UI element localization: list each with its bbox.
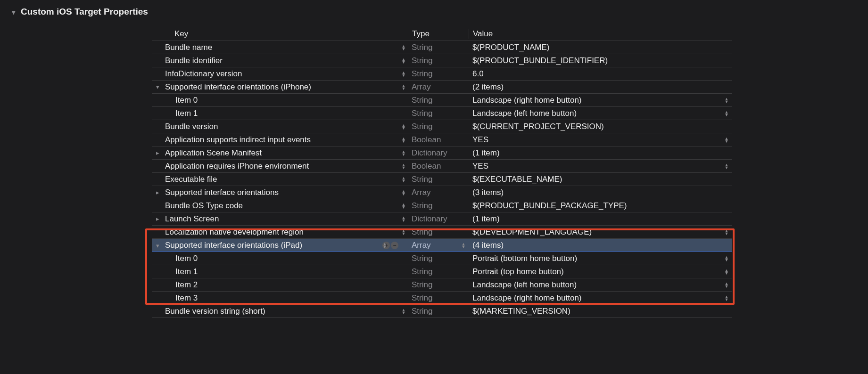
key-cell[interactable]: ▸Application Scene Manifest <box>152 148 409 158</box>
value-stepper-icon[interactable] <box>724 229 729 235</box>
type-cell[interactable]: String <box>409 109 469 118</box>
table-row-orientations-generic[interactable]: ▸Supported interface orientationsArray(3… <box>152 186 732 199</box>
type-cell[interactable]: String <box>409 96 469 105</box>
key-stepper-icon[interactable] <box>401 203 406 209</box>
type-cell[interactable]: Boolean <box>409 135 469 145</box>
key-cell[interactable]: Item 1 <box>152 267 409 276</box>
key-cell[interactable]: Localization native development region <box>152 228 409 237</box>
key-cell[interactable]: Bundle version string (short) <box>152 307 409 316</box>
type-cell[interactable]: String <box>409 43 469 52</box>
key-stepper-icon[interactable] <box>401 71 406 77</box>
key-cell[interactable]: InfoDictionary version <box>152 69 409 79</box>
section-header[interactable]: Custom iOS Target Properties <box>0 0 868 17</box>
key-stepper-icon[interactable] <box>401 45 406 50</box>
type-cell[interactable]: String <box>409 293 469 303</box>
value-cell[interactable]: $(DEVELOPMENT_LANGUAGE) <box>469 228 732 237</box>
key-cell[interactable]: Item 0 <box>152 96 409 105</box>
type-cell[interactable]: Array <box>409 241 469 250</box>
type-cell[interactable]: Dictionary <box>409 214 469 224</box>
value-cell[interactable]: Portrait (bottom home button) <box>469 254 732 263</box>
type-cell[interactable]: Boolean <box>409 162 469 171</box>
type-stepper-icon[interactable] <box>461 243 466 248</box>
chevron-right-icon[interactable]: ▸ <box>155 189 160 196</box>
value-cell[interactable]: (2 items) <box>469 82 732 92</box>
table-row-orientations-ipad-3[interactable]: Item 3StringLandscape (right home button… <box>152 292 732 305</box>
chevron-right-icon[interactable]: ▸ <box>155 149 160 156</box>
value-cell[interactable]: $(CURRENT_PROJECT_VERSION) <box>469 122 732 131</box>
value-stepper-icon[interactable] <box>724 98 729 103</box>
key-stepper-icon[interactable] <box>401 177 406 182</box>
disclosure-triangle-icon[interactable] <box>10 7 17 17</box>
key-cell[interactable]: Application requires iPhone environment <box>152 162 409 171</box>
type-cell[interactable]: String <box>409 69 469 79</box>
key-cell[interactable]: Bundle identifier <box>152 56 409 65</box>
type-cell[interactable]: String <box>409 307 469 316</box>
type-cell[interactable]: String <box>409 228 469 237</box>
type-cell[interactable]: String <box>409 280 469 290</box>
key-stepper-icon[interactable] <box>401 190 406 195</box>
value-stepper-icon[interactable] <box>724 295 729 301</box>
key-stepper-icon[interactable] <box>401 58 406 64</box>
value-cell[interactable]: YES <box>469 135 732 145</box>
type-cell[interactable]: Dictionary <box>409 148 469 158</box>
value-cell[interactable]: 6.0 <box>469 69 732 79</box>
value-stepper-icon[interactable] <box>724 111 729 116</box>
key-stepper-icon[interactable] <box>401 84 406 90</box>
key-stepper-icon[interactable] <box>401 124 406 130</box>
key-cell[interactable]: Bundle OS Type code <box>152 201 409 211</box>
key-stepper-icon[interactable] <box>382 243 387 248</box>
table-row-orientations-iphone-1[interactable]: Item 1StringLandscape (left home button) <box>152 107 732 120</box>
type-cell[interactable]: String <box>409 122 469 131</box>
value-cell[interactable]: $(PRODUCT_NAME) <box>469 43 732 52</box>
table-row-bundle-os-type[interactable]: Bundle OS Type codeString$(PRODUCT_BUNDL… <box>152 199 732 212</box>
type-cell[interactable]: Array <box>409 188 469 197</box>
key-cell[interactable]: Application supports indirect input even… <box>152 135 409 145</box>
value-cell[interactable]: $(PRODUCT_BUNDLE_PACKAGE_TYPE) <box>469 201 732 211</box>
table-row-orientations-ipad-2[interactable]: Item 2StringLandscape (left home button) <box>152 278 732 292</box>
value-cell[interactable]: (1 item) <box>469 214 732 224</box>
value-stepper-icon[interactable] <box>724 256 729 261</box>
type-cell[interactable]: String <box>409 175 469 184</box>
key-cell[interactable]: Item 3 <box>152 293 409 303</box>
value-cell[interactable]: $(PRODUCT_BUNDLE_IDENTIFIER) <box>469 56 732 65</box>
key-cell[interactable]: Bundle version <box>152 122 409 131</box>
value-cell[interactable]: (4 items) <box>469 241 732 250</box>
table-row-orientations-ipad-1[interactable]: Item 1StringPortrait (top home button) <box>152 265 732 278</box>
chevron-down-icon[interactable]: ▾ <box>155 83 160 90</box>
chevron-right-icon[interactable]: ▸ <box>155 215 160 222</box>
key-stepper-icon[interactable] <box>401 150 406 156</box>
type-cell[interactable]: String <box>409 56 469 65</box>
type-cell[interactable]: String <box>409 267 469 276</box>
table-row-orientations-iphone[interactable]: ▾Supported interface orientations (iPhon… <box>152 81 732 94</box>
key-stepper-icon[interactable] <box>401 163 406 169</box>
key-cell[interactable]: Item 0 <box>152 254 409 263</box>
table-row-localization-region[interactable]: Localization native development regionSt… <box>152 226 732 239</box>
value-stepper-icon[interactable] <box>724 137 729 143</box>
type-cell[interactable]: String <box>409 254 469 263</box>
table-row-requires-iphone-env[interactable]: Application requires iPhone environmentB… <box>152 160 732 173</box>
table-row-launch-screen[interactable]: ▸Launch ScreenDictionary(1 item) <box>152 212 732 226</box>
value-cell[interactable]: $(EXECUTABLE_NAME) <box>469 175 732 184</box>
key-cell[interactable]: Item 2 <box>152 280 409 290</box>
table-row-bundle-version[interactable]: Bundle versionString$(CURRENT_PROJECT_VE… <box>152 120 732 133</box>
table-row-executable-file[interactable]: Executable fileString$(EXECUTABLE_NAME) <box>152 173 732 186</box>
value-cell[interactable]: Landscape (left home button) <box>469 109 732 118</box>
key-stepper-icon[interactable] <box>401 137 406 143</box>
key-cell[interactable]: Bundle name <box>152 43 409 52</box>
key-cell[interactable]: Item 1 <box>152 109 409 118</box>
value-cell[interactable]: Landscape (right home button) <box>469 96 732 105</box>
table-row-infodictionary-version[interactable]: InfoDictionary versionString6.0 <box>152 67 732 81</box>
table-row-bundle-version-short[interactable]: Bundle version string (short)String$(MAR… <box>152 305 732 318</box>
key-cell[interactable]: Executable file <box>152 175 409 184</box>
type-cell[interactable]: Array <box>409 82 469 92</box>
value-cell[interactable]: $(MARKETING_VERSION) <box>469 307 732 316</box>
value-stepper-icon[interactable] <box>724 269 729 275</box>
key-cell[interactable]: ▾Supported interface orientations (iPhon… <box>152 82 409 92</box>
value-cell[interactable]: (1 item) <box>469 148 732 158</box>
table-row-supports-indirect-input[interactable]: Application supports indirect input even… <box>152 133 732 146</box>
key-stepper-icon[interactable] <box>401 309 406 314</box>
value-cell[interactable]: (3 items) <box>469 188 732 197</box>
value-stepper-icon[interactable] <box>724 163 729 169</box>
value-stepper-icon[interactable] <box>724 282 729 288</box>
key-stepper-icon[interactable] <box>401 216 406 222</box>
